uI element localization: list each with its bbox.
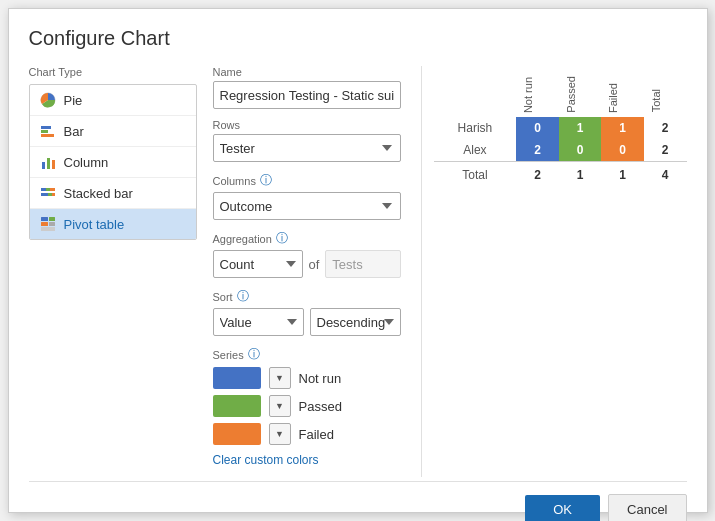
series-info-icon[interactable]: ⓘ bbox=[248, 346, 260, 363]
col-passed: Passed bbox=[559, 66, 602, 117]
right-panel: Not run Passed Failed Total Harish 0 1 1 bbox=[426, 66, 687, 477]
chart-type-pie[interactable]: Pie bbox=[30, 85, 196, 116]
sort-row: Value Descending bbox=[213, 308, 401, 336]
pie-label: Pie bbox=[64, 93, 83, 108]
total-passed: 1 bbox=[559, 161, 602, 186]
total-row-header: Total bbox=[434, 161, 517, 186]
svg-rect-14 bbox=[49, 217, 55, 221]
stacked-bar-label: Stacked bar bbox=[64, 186, 133, 201]
svg-rect-3 bbox=[41, 134, 54, 137]
stacked-bar-icon bbox=[40, 185, 56, 201]
columns-select[interactable]: Outcome bbox=[213, 192, 401, 220]
aggregation-label: Aggregation ⓘ bbox=[213, 230, 401, 247]
rows-label: Rows bbox=[213, 119, 401, 131]
rows-select[interactable]: Tester bbox=[213, 134, 401, 162]
svg-rect-10 bbox=[41, 193, 48, 196]
columns-label: Columns ⓘ bbox=[213, 172, 401, 189]
svg-rect-1 bbox=[41, 126, 51, 129]
of-label: of bbox=[309, 257, 320, 272]
row-header-harish: Harish bbox=[434, 117, 517, 139]
svg-rect-17 bbox=[41, 227, 55, 231]
total-failed: 1 bbox=[601, 161, 644, 186]
cell-alex-passed: 0 bbox=[559, 139, 602, 162]
svg-rect-7 bbox=[41, 188, 46, 191]
cell-harish-total: 2 bbox=[644, 117, 687, 139]
chart-type-list: Pie Bar bbox=[29, 84, 197, 240]
svg-rect-4 bbox=[42, 162, 45, 169]
name-field-group: Name bbox=[213, 66, 401, 109]
passed-dropdown-btn[interactable]: ▼ bbox=[269, 395, 291, 417]
series-label: Series ⓘ bbox=[213, 346, 401, 363]
svg-rect-6 bbox=[52, 160, 55, 169]
not-run-dropdown-btn[interactable]: ▼ bbox=[269, 367, 291, 389]
svg-rect-15 bbox=[41, 222, 48, 226]
vertical-divider bbox=[421, 66, 422, 477]
pivot-table: Not run Passed Failed Total Harish 0 1 1 bbox=[434, 66, 687, 186]
series-item-not-run: ▼ Not run bbox=[213, 367, 401, 389]
not-run-color-swatch bbox=[213, 367, 261, 389]
dialog-title: Configure Chart bbox=[29, 27, 687, 50]
not-run-label: Not run bbox=[299, 371, 342, 386]
pivot-table-wrapper: Not run Passed Failed Total Harish 0 1 1 bbox=[434, 66, 687, 477]
of-value: Tests bbox=[325, 250, 400, 278]
svg-rect-16 bbox=[49, 222, 55, 226]
svg-rect-9 bbox=[50, 188, 55, 191]
col-failed: Failed bbox=[601, 66, 644, 117]
column-label: Column bbox=[64, 155, 109, 170]
col-not-run: Not run bbox=[516, 66, 559, 117]
columns-field-group: Columns ⓘ Outcome bbox=[213, 172, 401, 220]
aggregation-row: Count of Tests bbox=[213, 250, 401, 278]
bar-label: Bar bbox=[64, 124, 84, 139]
clear-custom-colors-link[interactable]: Clear custom colors bbox=[213, 453, 319, 467]
columns-info-icon[interactable]: ⓘ bbox=[260, 172, 272, 189]
failed-color-swatch bbox=[213, 423, 261, 445]
series-item-failed: ▼ Failed bbox=[213, 423, 401, 445]
table-row: Alex 2 0 0 2 bbox=[434, 139, 687, 162]
svg-rect-12 bbox=[52, 193, 55, 196]
sort-dir-select[interactable]: Descending bbox=[310, 308, 401, 336]
col-total: Total bbox=[644, 66, 687, 117]
column-icon bbox=[40, 154, 56, 170]
configure-chart-dialog: Configure Chart Chart Type Pie bbox=[8, 8, 708, 513]
aggregation-info-icon[interactable]: ⓘ bbox=[276, 230, 288, 247]
failed-dropdown-btn[interactable]: ▼ bbox=[269, 423, 291, 445]
name-input[interactable] bbox=[213, 81, 401, 109]
pivot-table-icon bbox=[40, 216, 56, 232]
sort-select[interactable]: Value bbox=[213, 308, 304, 336]
aggregation-select[interactable]: Count bbox=[213, 250, 303, 278]
chart-type-stacked-bar[interactable]: Stacked bar bbox=[30, 178, 196, 209]
row-header-alex: Alex bbox=[434, 139, 517, 162]
total-not-run: 2 bbox=[516, 161, 559, 186]
sort-label: Sort ⓘ bbox=[213, 288, 401, 305]
svg-rect-5 bbox=[47, 158, 50, 169]
cancel-button[interactable]: Cancel bbox=[608, 494, 686, 521]
series-item-passed: ▼ Passed bbox=[213, 395, 401, 417]
dialog-footer: OK Cancel bbox=[29, 481, 687, 521]
series-field-group: Series ⓘ ▼ Not run ▼ Passed bbox=[213, 346, 401, 467]
svg-rect-8 bbox=[46, 188, 50, 191]
bar-icon bbox=[40, 123, 56, 139]
chart-type-label: Chart Type bbox=[29, 66, 197, 78]
left-panel: Chart Type Pie bbox=[29, 66, 197, 477]
rows-field-group: Rows Tester bbox=[213, 119, 401, 162]
ok-button[interactable]: OK bbox=[525, 495, 600, 521]
chart-type-bar[interactable]: Bar bbox=[30, 116, 196, 147]
svg-rect-13 bbox=[41, 217, 48, 221]
empty-header bbox=[434, 66, 517, 117]
pie-icon bbox=[40, 92, 56, 108]
cell-alex-total: 2 bbox=[644, 139, 687, 162]
cell-alex-not-run: 2 bbox=[516, 139, 559, 162]
series-list: ▼ Not run ▼ Passed ▼ Failed bbox=[213, 367, 401, 445]
dialog-body: Chart Type Pie bbox=[29, 66, 687, 477]
total-grand: 4 bbox=[644, 161, 687, 186]
svg-rect-11 bbox=[48, 193, 52, 196]
cell-alex-failed: 0 bbox=[601, 139, 644, 162]
sort-info-icon[interactable]: ⓘ bbox=[237, 288, 249, 305]
sort-field-group: Sort ⓘ Value Descending bbox=[213, 288, 401, 336]
chart-type-column[interactable]: Column bbox=[30, 147, 196, 178]
name-label: Name bbox=[213, 66, 401, 78]
table-row: Harish 0 1 1 2 bbox=[434, 117, 687, 139]
chart-type-pivot-table[interactable]: Pivot table bbox=[30, 209, 196, 239]
svg-rect-2 bbox=[41, 130, 48, 133]
cell-harish-not-run: 0 bbox=[516, 117, 559, 139]
